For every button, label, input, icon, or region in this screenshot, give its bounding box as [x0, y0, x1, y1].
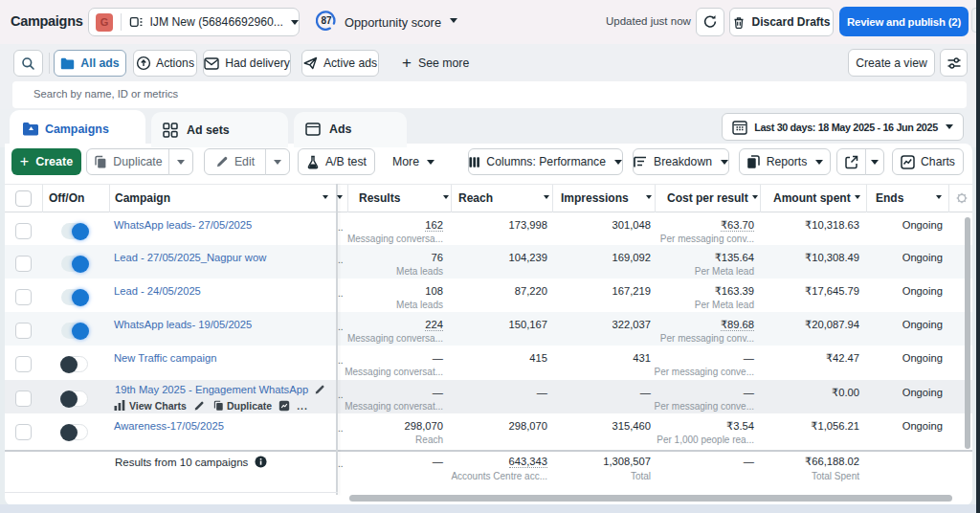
svg-text:87: 87	[321, 15, 332, 26]
